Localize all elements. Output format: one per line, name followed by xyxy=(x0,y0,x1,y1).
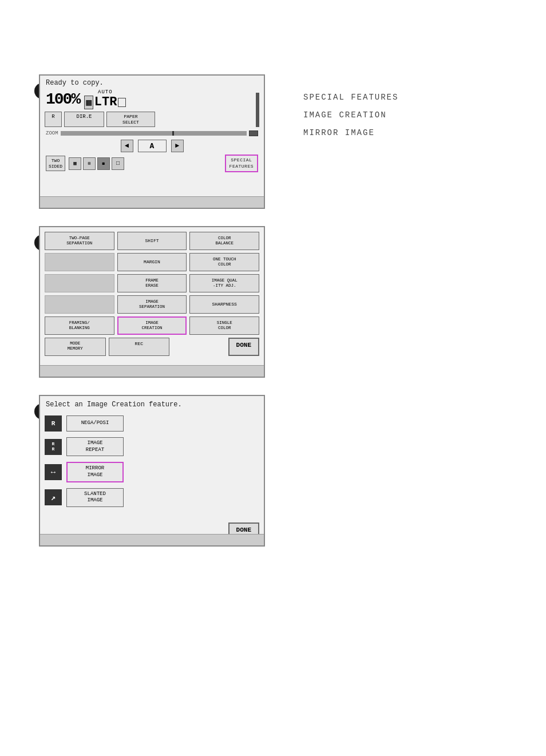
mirror-image-button[interactable]: MIRRORIMAGE xyxy=(66,462,124,482)
r-button[interactable]: R xyxy=(45,112,62,127)
icon3[interactable]: ◼ xyxy=(97,157,110,170)
paper-select-button[interactable]: PAPERSELECT xyxy=(106,112,155,127)
panel2-bottom-row: MODEMEMORY REC DONE xyxy=(45,338,259,356)
zoom-row: ZOOM xyxy=(43,129,260,137)
slanted-image-button[interactable]: SLANTEDIMAGE xyxy=(66,488,124,507)
frame-erase-button[interactable]: FRAMEERASE xyxy=(117,274,187,292)
panel3-title: Select an Image Creation feature. xyxy=(45,401,259,409)
sharpness-button[interactable]: SHARPNESS xyxy=(189,295,259,314)
image-qual-button[interactable]: IMAGE QUAL-ITY ADJ. xyxy=(189,274,259,292)
color-balance-button[interactable]: COLORBALANCE xyxy=(189,232,259,250)
two-page-sep-button[interactable]: TWO-PAGESEPARATION xyxy=(45,232,114,250)
mirror-image-option: ↔ MIRRORIMAGE xyxy=(45,462,259,482)
status-bar: Ready to copy. xyxy=(43,79,260,87)
panel2-done-button[interactable]: DONE xyxy=(228,338,259,356)
slanted-image-icon: ↗ xyxy=(45,489,62,505)
features-grid: TWO-PAGESEPARATION SHIFT COLORBALANCE MA… xyxy=(45,232,259,335)
image-repeat-button[interactable]: IMAGEREPEAT xyxy=(66,437,124,456)
image-repeat-option: RR IMAGEREPEAT xyxy=(45,437,259,456)
options-row: TWOSIDED ▦ ⊞ ◼ □ SPECIALFEATURES xyxy=(43,155,260,172)
rec-button[interactable]: REC xyxy=(109,338,170,356)
paper-sheet-icon xyxy=(118,98,126,107)
nega-posi-option: R NEGA/POSI xyxy=(45,415,259,432)
empty-btn-3 xyxy=(45,295,114,314)
image-sep-button[interactable]: IMAGESEPARATION xyxy=(117,295,187,314)
framing-blanking-button[interactable]: FRAMING/BLANKING xyxy=(45,316,114,335)
main-display-row: 100% AUTO ▦ LTR xyxy=(43,89,260,109)
icon2[interactable]: ⊞ xyxy=(83,157,96,170)
label-special-features: SPECIAL FEATURES xyxy=(303,89,398,106)
mode-memory-button[interactable]: MODEMEMORY xyxy=(45,338,106,356)
nav-right-button[interactable]: ► xyxy=(171,140,184,152)
image-repeat-icon: RR xyxy=(45,439,62,455)
icon-row: ▦ ⊞ ◼ □ xyxy=(69,157,124,170)
panel3-image-creation: Select an Image Creation feature. R NEGA… xyxy=(39,395,265,547)
special-features-button[interactable]: SPECIALFEATURES xyxy=(225,155,258,172)
margin-button[interactable]: MARGIN xyxy=(117,253,187,271)
copy-buttons-row: R DIR.E PAPERSELECT xyxy=(43,112,260,127)
panel2-footer xyxy=(40,365,264,377)
ltr-text: LTR xyxy=(94,95,117,109)
dir-button[interactable]: DIR.E xyxy=(64,112,104,127)
panel1-copier-display: Ready to copy. 100% AUTO ▦ LTR R xyxy=(39,74,265,209)
auto-label: AUTO xyxy=(98,89,113,95)
paper-icon: ▦ xyxy=(84,96,93,109)
zoom-bar xyxy=(61,131,247,136)
zoom-indicator xyxy=(172,131,174,136)
panel2-special-features: TWO-PAGESEPARATION SHIFT COLORBALANCE MA… xyxy=(39,226,265,378)
empty-btn-1 xyxy=(45,253,114,271)
panel1-footer xyxy=(40,196,264,208)
right-labels-panel: SPECIAL FEATURES IMAGE CREATION MIRROR I… xyxy=(303,89,398,141)
zoom-percent: 100% xyxy=(46,90,80,108)
two-sided-button[interactable]: TWOSIDED xyxy=(46,156,65,171)
nega-posi-icon: R xyxy=(45,415,62,432)
auto-ltr-display: AUTO ▦ LTR xyxy=(84,89,126,109)
shift-button[interactable]: SHIFT xyxy=(117,232,187,250)
page-container: SPECIAL FEATURES IMAGE CREATION MIRROR I… xyxy=(0,0,546,756)
mirror-image-icon: ↔ xyxy=(45,464,62,480)
single-color-button[interactable]: SINGLECOLOR xyxy=(189,316,259,335)
icon1[interactable]: ▦ xyxy=(69,157,81,170)
nav-center-display: A xyxy=(138,140,167,152)
one-touch-color-button[interactable]: ONE TOUCHCOLOR xyxy=(189,253,259,271)
image-creation-button[interactable]: IMAGECREATION xyxy=(117,316,187,335)
empty-btn-2 xyxy=(45,274,114,292)
zoom-label: ZOOM xyxy=(46,130,58,136)
zoom-marker xyxy=(249,130,258,136)
ltr-display: ▦ LTR xyxy=(84,95,126,109)
nav-row: ◄ A ► xyxy=(43,140,260,152)
nega-posi-button[interactable]: NEGA/POSI xyxy=(66,415,124,432)
icon4[interactable]: □ xyxy=(112,157,124,170)
nav-left-button[interactable]: ◄ xyxy=(121,140,133,152)
vert-indicator xyxy=(256,93,259,127)
slanted-image-option: ↗ SLANTEDIMAGE xyxy=(45,488,259,507)
label-image-creation: IMAGE CREATION xyxy=(303,106,398,124)
label-mirror-image: MIRROR IMAGE xyxy=(303,124,398,142)
panel3-footer xyxy=(40,534,264,545)
